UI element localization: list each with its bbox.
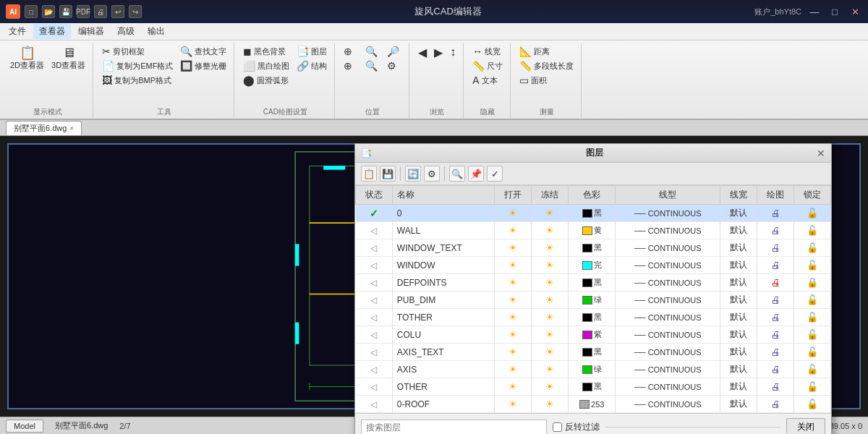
cell-print[interactable]: 🖨	[757, 344, 794, 361]
table-row[interactable]: ◁WALL☀☀黄── CONTINUOUS默认🖨🔓	[356, 222, 831, 239]
btn-distance[interactable]: 📐 距离	[516, 45, 576, 58]
cell-color[interactable]: 完	[569, 257, 616, 274]
btn-cut-frame[interactable]: ✂ 剪切框架	[99, 45, 176, 58]
btn-zoom2[interactable]: 🔍	[362, 59, 383, 72]
btn-center[interactable]: ⊕	[341, 59, 361, 72]
cell-open[interactable]: ☀	[495, 239, 532, 257]
cell-print[interactable]: 🖨	[757, 257, 794, 274]
cell-freeze[interactable]: ☀	[532, 344, 569, 361]
layer-filter-btn[interactable]: 🔍	[449, 166, 465, 182]
cell-print[interactable]: 🖨	[757, 378, 794, 396]
btn-zoom-in[interactable]: 🔍	[362, 45, 383, 58]
cell-lock[interactable]: 🔓	[794, 378, 831, 396]
cell-freeze[interactable]: ☀	[532, 309, 569, 326]
cell-lock[interactable]: 🔓	[794, 239, 831, 257]
table-row[interactable]: ◁0-ROOF☀☀253── CONTINUOUS默认🖨🔓	[356, 396, 831, 413]
btn-trim-raster[interactable]: 🔲 修整光栅	[177, 59, 229, 72]
filter-checkbox[interactable]: 反转过滤	[553, 421, 600, 433]
cell-linetype[interactable]: ── CONTINUOUS	[616, 378, 720, 396]
cell-lock[interactable]: 🔓	[794, 292, 831, 309]
filter-checkbox-input[interactable]	[553, 422, 562, 432]
table-row[interactable]: ✓0☀☀黑── CONTINUOUS默认🖨🔓	[356, 205, 831, 222]
btn-copy-bmp[interactable]: 🖼 复制为BMP格式	[99, 74, 176, 87]
cell-color[interactable]: 绿	[569, 292, 616, 309]
cell-open[interactable]: ☀	[495, 309, 532, 326]
cell-freeze[interactable]: ☀	[532, 205, 569, 222]
model-tab[interactable]: Model	[6, 420, 43, 433]
btn-settings[interactable]: ⚙	[384, 59, 404, 72]
cell-color[interactable]: 黑	[569, 205, 616, 222]
layer-pin-btn[interactable]: 📌	[468, 166, 484, 182]
cell-open[interactable]: ☀	[495, 344, 532, 361]
table-row[interactable]: ◁COLU☀☀紫── CONTINUOUS默认🖨🔓	[356, 326, 831, 344]
cell-print[interactable]: 🖨	[757, 309, 794, 326]
menu-editor[interactable]: 编辑器	[72, 24, 110, 39]
cell-freeze[interactable]: ☀	[532, 222, 569, 239]
export-pdf-btn[interactable]: PDF	[77, 5, 90, 18]
cell-linetype[interactable]: ── CONTINUOUS	[616, 344, 720, 361]
btn-find-text[interactable]: 🔍 查找文字	[177, 45, 229, 58]
file-tab[interactable]: 别墅平面6.dwg ×	[6, 121, 82, 135]
cell-print[interactable]: 🖨	[757, 396, 794, 413]
print-btn[interactable]: 🖨	[94, 5, 107, 18]
menu-output[interactable]: 输出	[142, 24, 171, 39]
btn-dimension[interactable]: 📏 尺寸	[469, 59, 506, 72]
table-row[interactable]: ◁AXIS_TEXT☀☀黑── CONTINUOUS默认🖨🔓	[356, 344, 831, 361]
tab-close-btn[interactable]: ×	[69, 124, 74, 132]
btn-pan[interactable]: ⊕	[341, 45, 361, 58]
cell-freeze[interactable]: ☀	[532, 396, 569, 413]
cell-lock[interactable]: 🔓	[794, 344, 831, 361]
table-row[interactable]: ◁PUB_DIM☀☀绿── CONTINUOUS默认🖨🔓	[356, 292, 831, 309]
cell-color[interactable]: 黑	[569, 378, 616, 396]
cell-freeze[interactable]: ☀	[532, 292, 569, 309]
btn-structure[interactable]: 🔗 结构	[294, 59, 330, 72]
cell-open[interactable]: ☀	[495, 257, 532, 274]
cell-print[interactable]: 🖨	[757, 239, 794, 257]
layer-close-button[interactable]: 关闭	[786, 418, 825, 434]
cell-linetype[interactable]: ── CONTINUOUS	[616, 396, 720, 413]
btn-zoom-out[interactable]: 🔎	[384, 45, 404, 58]
cell-freeze[interactable]: ☀	[532, 239, 569, 257]
btn-linewidth[interactable]: ↔ 线宽	[469, 45, 506, 58]
layer-save-btn[interactable]: 💾	[380, 166, 396, 182]
cell-print[interactable]: 🖨	[757, 222, 794, 239]
layer-table-wrap[interactable]: 状态 名称 打开 冻结 色彩 线型 线宽 绘图 锁定 ✓0☀☀黑── CONTI…	[355, 185, 831, 413]
cell-open[interactable]: ☀	[495, 292, 532, 309]
cell-print[interactable]: 🖨	[757, 361, 794, 378]
redo-btn[interactable]: ↪	[129, 5, 142, 18]
cell-linetype[interactable]: ── CONTINUOUS	[616, 309, 720, 326]
cell-color[interactable]: 黑	[569, 274, 616, 292]
table-row[interactable]: ◁TOTHER☀☀黑── CONTINUOUS默认🖨🔓	[356, 309, 831, 326]
cell-color[interactable]: 紫	[569, 326, 616, 344]
search-input[interactable]	[361, 420, 547, 435]
table-row[interactable]: ◁WINDOW_TEXT☀☀黑── CONTINUOUS默认🖨🔓	[356, 239, 831, 257]
cell-freeze[interactable]: ☀	[532, 274, 569, 292]
cell-lock[interactable]: 🔓	[794, 257, 831, 274]
cell-color[interactable]: 黑	[569, 239, 616, 257]
maximize-btn[interactable]: □	[827, 5, 842, 18]
cell-lock[interactable]: 🔓	[794, 361, 831, 378]
cell-lock[interactable]: 🔓	[794, 326, 831, 344]
cell-lock[interactable]: 🔒	[794, 274, 831, 292]
table-row[interactable]: ◁OTHER☀☀黑── CONTINUOUS默认🖨🔓	[356, 378, 831, 396]
cell-color[interactable]: 黄	[569, 222, 616, 239]
layer-dialog-close-x[interactable]: ✕	[817, 148, 825, 159]
cell-freeze[interactable]: ☀	[532, 257, 569, 274]
user-info[interactable]: 账户_bhYt8C	[754, 7, 801, 17]
btn-2d-viewer[interactable]: 📋 2D查看器	[7, 45, 47, 72]
cell-print[interactable]: 🖨	[757, 292, 794, 309]
cell-lock[interactable]: 🔓	[794, 222, 831, 239]
btn-3d-viewer[interactable]: 🖥 3D查看器	[48, 45, 88, 72]
table-row[interactable]: ◁WINDOW☀☀完── CONTINUOUS默认🖨🔓	[356, 257, 831, 274]
cell-open[interactable]: ☀	[495, 396, 532, 413]
menu-file[interactable]: 文件	[3, 24, 32, 39]
cell-freeze[interactable]: ☀	[532, 361, 569, 378]
close-btn[interactable]: ✕	[848, 5, 862, 18]
cell-open[interactable]: ☀	[495, 326, 532, 344]
btn-black-bg[interactable]: ◼ 黑色背景	[240, 45, 292, 58]
cell-open[interactable]: ☀	[495, 205, 532, 222]
cell-linetype[interactable]: ── CONTINUOUS	[616, 257, 720, 274]
btn-copy-emf[interactable]: 📄 复制为EMF格式	[99, 59, 176, 72]
undo-btn[interactable]: ↩	[111, 5, 124, 18]
cell-linetype[interactable]: ── CONTINUOUS	[616, 205, 720, 222]
